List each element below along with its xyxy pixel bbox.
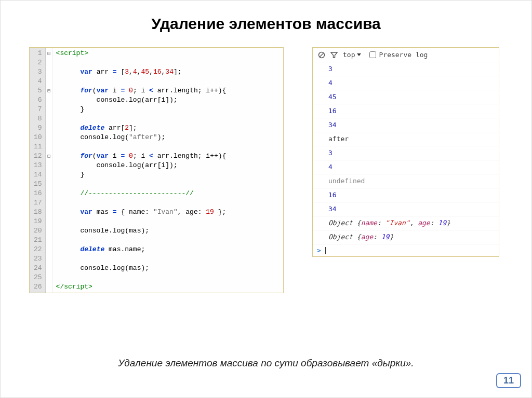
svg-marker-2 (331, 52, 337, 58)
prompt-cursor (325, 247, 326, 254)
chevron-down-icon (357, 53, 361, 56)
console-log-row: Object {age: 19} (313, 230, 499, 244)
frame-selector[interactable]: top (343, 51, 361, 59)
console-toolbar: top Preserve log (313, 48, 499, 62)
console-log-row: 34 (313, 118, 499, 132)
page-number-badge: 11 (496, 373, 521, 388)
code-editor: 1 2 3 4 5 6 7 8 9 10 11 12 13 14 15 16 1… (29, 47, 284, 293)
console-log-row: 3 (313, 62, 499, 76)
console-log-row: 34 (313, 202, 499, 216)
code-area[interactable]: <script> var arr = [3,4,45,16,34]; for(v… (53, 48, 283, 293)
console-log-row: after (313, 132, 499, 146)
devtools-console: top Preserve log 34451634after34undefine… (312, 47, 499, 257)
console-log-row: Object {name: "Ivan", age: 19} (313, 216, 499, 230)
console-prompt[interactable]: > (313, 244, 499, 256)
page-title: Удаление элементов массива (1, 15, 531, 33)
fold-column: ⊟ ⊟ ⊟ (46, 48, 53, 293)
console-log-row: 4 (313, 160, 499, 174)
console-log-row: 45 (313, 90, 499, 104)
frame-selector-label: top (343, 51, 355, 59)
line-number-gutter: 1 2 3 4 5 6 7 8 9 10 11 12 13 14 15 16 1… (30, 48, 46, 293)
svg-line-1 (320, 53, 324, 57)
footer-caption: Удаление элементов массива по сути образ… (1, 358, 531, 369)
preserve-log-checkbox[interactable] (369, 51, 376, 58)
filter-icon[interactable] (330, 51, 338, 59)
clear-console-icon[interactable] (318, 51, 325, 59)
prompt-chevron-icon: > (317, 246, 321, 254)
preserve-log-toggle[interactable]: Preserve log (369, 51, 428, 59)
console-log-list: 34451634after34undefined1634Object {name… (313, 62, 499, 244)
console-log-row: undefined (313, 174, 499, 188)
console-log-row: 4 (313, 76, 499, 90)
main-content: 1 2 3 4 5 6 7 8 9 10 11 12 13 14 15 16 1… (1, 33, 531, 293)
console-log-row: 16 (313, 188, 499, 202)
preserve-log-label: Preserve log (379, 51, 428, 59)
console-log-row: 16 (313, 104, 499, 118)
console-log-row: 3 (313, 146, 499, 160)
